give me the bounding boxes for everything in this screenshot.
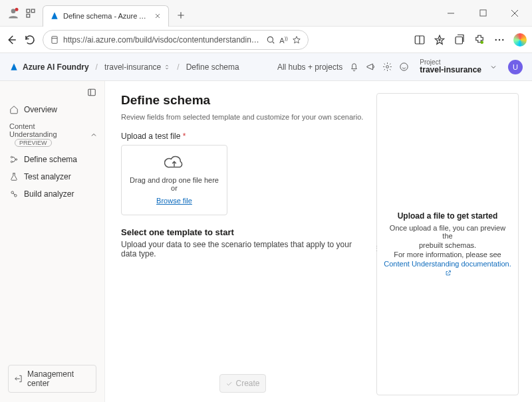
documentation-link[interactable]: Content Understanding documentation.: [384, 260, 511, 276]
check-icon: [225, 380, 233, 387]
tab-close-icon[interactable]: [154, 12, 162, 20]
breadcrumb-separator: /: [96, 62, 98, 72]
azure-favicon-icon: [50, 11, 59, 21]
sidebar-item-overview[interactable]: Overview: [4, 101, 100, 118]
favorites-icon[interactable]: [434, 34, 446, 46]
preview-panel: ⋮ Upload a file to get started Once uplo…: [376, 93, 519, 395]
svg-point-11: [495, 39, 497, 40]
window-close-button[interactable]: [500, 3, 529, 24]
window-minimize-button[interactable]: [436, 3, 466, 24]
read-aloud-icon[interactable]: A)): [279, 35, 288, 45]
collapse-sidebar-icon[interactable]: [87, 88, 96, 97]
user-avatar[interactable]: U: [508, 60, 523, 74]
settings-icon[interactable]: [382, 62, 392, 72]
svg-point-10: [481, 41, 484, 44]
external-link-icon: [445, 270, 452, 276]
page-body: Overview Content Understanding PREVIEW D…: [0, 81, 532, 402]
more-icon[interactable]: [493, 34, 505, 46]
favorite-icon[interactable]: [292, 35, 301, 45]
upload-dropzone[interactable]: Drag and drop one file here or Browse fi…: [121, 145, 227, 215]
site-info-icon[interactable]: [50, 35, 59, 45]
svg-point-18: [11, 161, 12, 162]
preview-title: Upload a file to get started: [398, 211, 498, 221]
split-screen-icon[interactable]: [414, 34, 426, 46]
svg-rect-16: [88, 89, 96, 95]
schema-icon: [9, 155, 19, 164]
svg-rect-4: [27, 14, 30, 17]
svg-point-7: [268, 37, 273, 42]
browser-toolbar: https://ai.azure.com/build/visdoc/conten…: [0, 27, 532, 53]
breadcrumb-page: Define schema: [186, 62, 239, 72]
template-heading: Select one template to start: [121, 227, 367, 237]
svg-rect-5: [479, 10, 485, 16]
brand-label: Azure AI Foundry: [23, 62, 89, 72]
page-description: Review fields from selected template and…: [121, 113, 367, 121]
svg-point-14: [386, 66, 389, 68]
browse-file-link[interactable]: Browse file: [156, 197, 192, 205]
sidebar-group-content-understanding[interactable]: Content Understanding PREVIEW: [4, 118, 100, 151]
preview-text: Once upload a file, you can preview the: [384, 224, 511, 240]
address-bar[interactable]: https://ai.azure.com/build/visdoc/conten…: [43, 30, 309, 50]
extensions-icon[interactable]: [473, 34, 485, 46]
zoom-icon[interactable]: [266, 35, 275, 45]
profile-icon[interactable]: [7, 7, 20, 20]
new-tab-button[interactable]: [172, 6, 190, 25]
chevron-updown-icon: [164, 64, 170, 70]
create-button: Create: [219, 374, 266, 393]
svg-point-17: [11, 156, 12, 157]
svg-point-12: [499, 39, 500, 40]
brand[interactable]: Azure AI Foundry: [9, 62, 89, 72]
sidebar-item-label: Define schema: [24, 155, 77, 164]
announcements-icon[interactable]: [366, 62, 376, 72]
preview-badge: PREVIEW: [15, 139, 52, 147]
sidebar: Overview Content Understanding PREVIEW D…: [0, 81, 105, 402]
svg-rect-3: [31, 9, 35, 13]
upload-cloud-icon: [164, 155, 184, 171]
svg-point-0: [11, 9, 16, 13]
sidebar-item-build-analyzer[interactable]: Build analyzer: [4, 185, 100, 203]
app-topbar: Azure AI Foundry / travel-insurance / De…: [0, 53, 532, 81]
breadcrumb-project[interactable]: travel-insurance: [104, 62, 170, 72]
preview-text: For more information, please see: [394, 251, 501, 258]
browser-tab[interactable]: Define schema - Azure AI Foundr: [43, 5, 169, 27]
refresh-button[interactable]: [24, 34, 36, 46]
sidebar-item-define-schema[interactable]: Define schema: [4, 151, 100, 168]
tab-title: Define schema - Azure AI Foundr: [63, 12, 150, 20]
svg-point-13: [502, 39, 503, 40]
window-titlebar: Define schema - Azure AI Foundr: [0, 0, 532, 27]
all-hubs-link[interactable]: All hubs + projects: [277, 62, 342, 72]
svg-rect-2: [27, 9, 30, 13]
project-selector[interactable]: Project travel-insurance: [420, 58, 481, 74]
svg-point-15: [400, 63, 408, 70]
build-icon: [9, 189, 19, 199]
url-text: https://ai.azure.com/build/visdoc/conten…: [63, 35, 262, 45]
create-button-label: Create: [235, 379, 259, 388]
upload-label: Upload a test file *: [121, 132, 367, 141]
svg-rect-9: [456, 37, 463, 44]
upload-drag-text: Drag and drop one file here or: [128, 176, 220, 192]
management-center-label: Management center: [27, 369, 90, 388]
home-icon: [9, 105, 19, 114]
page-title: Define schema: [121, 93, 367, 108]
back-button[interactable]: [5, 34, 17, 46]
flask-icon: [9, 172, 19, 181]
chevron-down-icon[interactable]: [489, 63, 497, 71]
collections-icon[interactable]: [454, 34, 466, 46]
preview-text: prebuilt schemas.: [419, 241, 476, 249]
feedback-icon[interactable]: [399, 62, 409, 72]
main-content: Define schema Review fields from selecte…: [105, 81, 532, 402]
sidebar-item-label: Build analyzer: [24, 189, 74, 199]
sidebar-item-test-analyzer[interactable]: Test analyzer: [4, 168, 100, 185]
sidebar-item-label: Test analyzer: [24, 172, 71, 181]
exit-icon: [14, 374, 23, 383]
sidebar-item-label: Overview: [24, 105, 57, 114]
window-maximize-button[interactable]: [468, 3, 497, 24]
copilot-icon[interactable]: [513, 33, 527, 47]
notifications-icon[interactable]: [349, 62, 359, 72]
svg-rect-6: [52, 36, 57, 43]
chevron-up-icon: [90, 131, 98, 139]
management-center-button[interactable]: Management center: [8, 365, 96, 393]
template-help-text: Upload your data to see the scenario tem…: [121, 240, 367, 258]
resize-handle-icon[interactable]: ⋮: [373, 245, 376, 256]
workspaces-icon[interactable]: [25, 8, 36, 19]
